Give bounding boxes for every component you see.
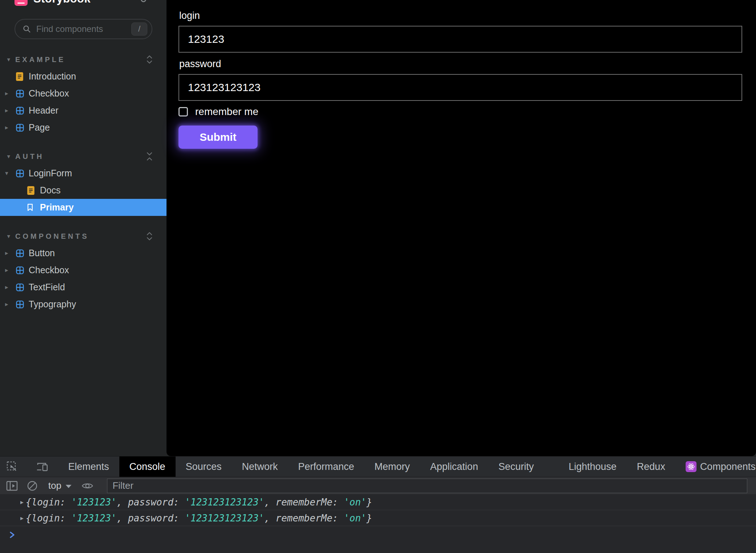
inspect-element-icon[interactable] [6,460,18,473]
sidebar-item-introduction[interactable]: Introduction [0,68,167,85]
component-icon [16,123,24,132]
caret-down-icon: ▾ [7,56,15,63]
sidebar-item-loginform[interactable]: ▾ LoginForm [0,165,167,182]
search-shortcut-badge: / [131,22,147,36]
sidebar-item-button[interactable]: ▸ Button [0,245,167,262]
sidebar-item-label: LoginForm [29,168,72,179]
tab-react-components[interactable]: Components [675,456,756,477]
search-input[interactable]: Find components / [15,19,152,39]
component-icon [16,300,24,309]
submit-button[interactable]: Submit [178,126,258,149]
tab-performance[interactable]: Performance [288,456,365,477]
tab-elements[interactable]: Elements [58,456,119,477]
console-sidebar-toggle-icon[interactable] [6,480,18,492]
sidebar-item-header[interactable]: ▸ Header [0,102,167,119]
search-placeholder: Find components [36,24,103,34]
execution-context-selector[interactable]: top [48,480,71,491]
sidebar-item-label: Checkbox [29,265,69,275]
caret-right-icon[interactable]: ▸ [5,124,16,131]
tab-sources[interactable]: Sources [176,456,232,477]
tab-network[interactable]: Network [232,456,288,477]
clear-console-icon[interactable] [26,480,38,492]
expand-object-icon[interactable]: ▶ [20,515,24,521]
section-example: ▾ EXAMPLE Introduction ▸ Checkbox ▸ [0,51,167,136]
section-label: COMPONENTS [15,232,89,241]
tab-application[interactable]: Application [420,456,488,477]
caret-down-icon: ▾ [7,153,15,160]
login-label: login [179,10,742,21]
document-icon [16,72,24,81]
console-toolbar: top [0,477,756,494]
caret-right-icon[interactable]: ▸ [5,107,16,114]
prompt-chevron-icon [9,530,16,540]
caret-right-icon[interactable]: ▸ [5,90,16,97]
chevron-down-icon [66,485,71,488]
component-icon [16,266,24,275]
component-icon [16,169,24,178]
tab-security[interactable]: Security [488,456,544,477]
expand-all-icon[interactable] [145,231,153,241]
login-form: login password remember me Submit [178,10,742,149]
console-prompt[interactable] [0,526,756,544]
sidebar-item-label: TextField [29,282,65,292]
section-header-auth[interactable]: ▾ AUTH [0,148,167,165]
component-icon [16,283,24,292]
caret-right-icon[interactable]: ▸ [5,300,16,308]
sidebar-item-textfield[interactable]: ▸ TextField [0,279,167,296]
devtools-panel: Elements Console Sources Network Perform… [0,456,756,553]
sidebar-item-label: Introduction [29,71,76,82]
expand-object-icon[interactable]: ▶ [20,499,24,505]
sidebar-item-label: Button [29,248,55,258]
caret-down-icon: ▾ [7,233,15,239]
tab-redux[interactable]: Redux [627,456,675,477]
component-icon [16,106,24,115]
device-toolbar-icon[interactable] [36,460,49,473]
remember-me-checkbox[interactable] [178,107,188,116]
section-label: EXAMPLE [15,56,66,64]
storybook-sidebar: Storybook Find components / ▾ EXAMPLE [0,0,167,456]
console-log-row: ▶ {login: '123123', password: '123123123… [0,494,756,510]
section-auth: ▾ AUTH ▾ LoginForm Docs [0,148,167,216]
console-messages: ▶ {login: '123123', password: '123123123… [0,494,756,544]
tab-console[interactable]: Console [119,456,176,477]
password-field[interactable] [178,74,742,101]
bookmark-icon [27,203,35,212]
caret-down-icon[interactable]: ▾ [5,169,16,177]
component-icon [16,89,24,98]
remember-me-row: remember me [178,106,742,118]
react-devtools-icon [686,461,697,472]
component-icon [16,249,24,258]
sidebar-item-label: Page [29,122,50,133]
caret-right-icon[interactable]: ▸ [5,266,16,274]
story-preview-canvas: login password remember me Submit [167,0,756,456]
tab-lighthouse[interactable]: Lighthouse [558,456,626,477]
sidebar-menu-icon[interactable] [141,0,146,2]
password-label: password [179,58,742,70]
document-icon [27,186,35,195]
sidebar-item-label: Checkbox [29,88,69,99]
login-field[interactable] [178,26,742,53]
sidebar-item-primary-selected[interactable]: Primary [0,199,167,216]
storybook-logo[interactable]: Storybook [15,0,152,7]
sidebar-item-checkbox-example[interactable]: ▸ Checkbox [0,85,167,102]
sidebar-item-page[interactable]: ▸ Page [0,119,167,136]
sidebar-item-docs[interactable]: Docs [0,182,167,199]
sidebar-item-label: Typography [29,299,76,310]
storybook-logo-text: Storybook [33,0,91,5]
collapse-all-icon[interactable] [145,151,153,161]
tab-memory[interactable]: Memory [364,456,420,477]
section-header-components[interactable]: ▾ COMPONENTS [0,228,167,245]
caret-right-icon[interactable]: ▸ [5,249,16,257]
caret-right-icon[interactable]: ▸ [5,283,16,291]
sidebar-item-checkbox-components[interactable]: ▸ Checkbox [0,262,167,279]
storybook-logo-icon [15,0,28,6]
section-header-example[interactable]: ▾ EXAMPLE [0,51,167,68]
sidebar-item-label: Primary [40,202,74,213]
console-filter-input[interactable] [107,479,747,493]
sidebar-item-typography[interactable]: ▸ Typography [0,296,167,313]
expand-all-icon[interactable] [145,54,153,65]
remember-me-label: remember me [195,106,258,118]
live-expression-eye-icon[interactable] [81,480,94,492]
sidebar-item-label: Header [29,105,58,116]
section-components: ▾ COMPONENTS ▸ Button ▸ Checkbox ▸ [0,228,167,313]
